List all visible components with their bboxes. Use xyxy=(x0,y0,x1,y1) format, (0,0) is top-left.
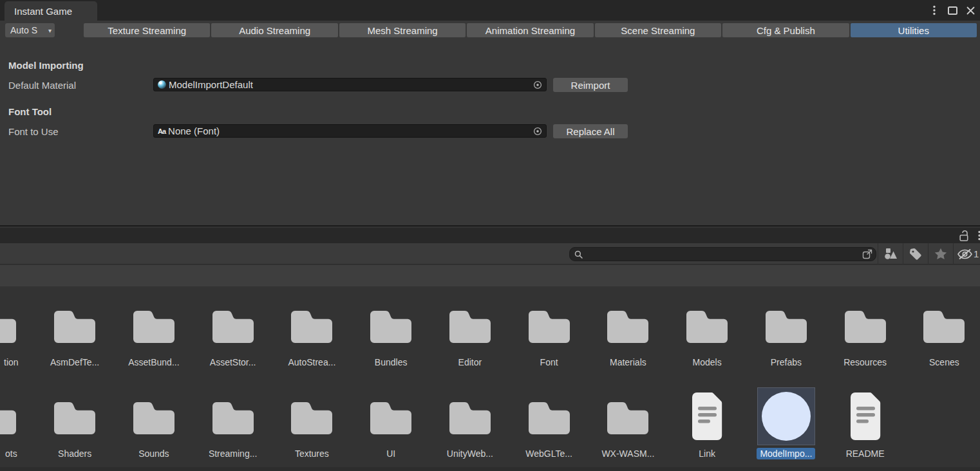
tab-strip: Texture StreamingAudio StreamingMesh Str… xyxy=(84,23,977,37)
asset-item-wx-wasm-[interactable]: WX-WASM... xyxy=(589,387,668,459)
folder-icon xyxy=(210,306,256,344)
asset-thumbnail xyxy=(361,387,420,446)
asset-item-assetbund-[interactable]: AssetBund... xyxy=(115,295,194,368)
asset-item-ui[interactable]: UI xyxy=(352,387,431,459)
font-to-use-field[interactable]: Aa None (Font) xyxy=(153,124,547,138)
asset-item-sounds[interactable]: Sounds xyxy=(115,387,194,459)
asset-item-webglte-[interactable]: WebGLTe... xyxy=(509,387,589,459)
asset-item-resources[interactable]: Resources xyxy=(825,295,905,368)
document-icon xyxy=(845,391,885,441)
grid-footer-strip xyxy=(0,467,980,471)
folder-icon xyxy=(131,306,177,344)
window-title: Instant Game xyxy=(14,6,72,17)
search-input[interactable] xyxy=(569,247,876,261)
asset-thumbnail xyxy=(124,387,184,446)
folder-icon xyxy=(447,397,493,436)
filter-by-type-button[interactable] xyxy=(878,243,903,264)
auto-streaming-dropdown[interactable]: Auto S ▾ xyxy=(5,23,55,37)
folder-icon xyxy=(605,306,651,344)
asset-thumbnail xyxy=(124,295,184,355)
font-to-use-label: Font to Use xyxy=(8,125,59,138)
tab-animation-streaming[interactable]: Animation Streaming xyxy=(467,23,593,37)
asset-item-modelimpo-[interactable]: ModelImpo... xyxy=(747,387,826,459)
asset-item-font[interactable]: Font xyxy=(509,295,589,368)
maximize-icon xyxy=(948,6,957,15)
tab-cfg-publish[interactable]: Cfg & Publish xyxy=(722,23,849,37)
material-sphere-icon xyxy=(158,80,166,89)
asset-item-autostrea-[interactable]: AutoStrea... xyxy=(272,295,352,368)
asset-item-bundles[interactable]: Bundles xyxy=(352,295,431,368)
window-tab-instant-game[interactable]: Instant Game xyxy=(5,1,97,21)
asset-label: Materials xyxy=(607,356,650,368)
default-material-field[interactable]: ModelImportDefault xyxy=(153,78,547,91)
asset-item-tion[interactable]: tion xyxy=(0,295,35,368)
window-close-button[interactable] xyxy=(965,5,976,16)
object-picker-icon[interactable] xyxy=(533,80,542,89)
asset-item-prefabs[interactable]: Prefabs xyxy=(747,295,826,368)
asset-item-streaming-[interactable]: Streaming... xyxy=(193,387,272,459)
asset-item-link[interactable]: Link xyxy=(668,387,747,459)
filter-by-label-button[interactable] xyxy=(903,243,928,264)
window-menu-button[interactable] xyxy=(928,5,940,16)
star-icon xyxy=(934,248,947,260)
open-search-icon[interactable] xyxy=(862,248,874,260)
filter-by-type-icon xyxy=(884,248,898,260)
folder-icon xyxy=(368,397,414,436)
tab-scene-streaming[interactable]: Scene Streaming xyxy=(595,23,721,37)
asset-thumbnail xyxy=(45,295,104,355)
asset-label: Shaders xyxy=(55,448,95,459)
asset-item-readme[interactable]: README xyxy=(825,387,905,459)
asset-thumbnail xyxy=(203,295,263,355)
project-header-band xyxy=(0,265,980,286)
object-picker-icon[interactable] xyxy=(533,127,542,136)
asset-item-editor[interactable]: Editor xyxy=(431,295,510,368)
tab-audio-streaming[interactable]: Audio Streaming xyxy=(211,23,337,37)
tab-utilities[interactable]: Utilities xyxy=(851,23,977,37)
default-material-label: Default Material xyxy=(8,78,76,92)
replace-all-button[interactable]: Replace All xyxy=(553,124,628,138)
asset-item-assetstor-[interactable]: AssetStor... xyxy=(193,295,272,368)
panel-toolbar: Auto S ▾ Texture StreamingAudio Streamin… xyxy=(0,23,980,37)
folder-icon xyxy=(526,397,572,436)
asset-label: Editor xyxy=(455,356,485,368)
asset-thumbnail xyxy=(598,295,657,355)
asset-thumbnail xyxy=(914,295,974,355)
unlock-icon[interactable] xyxy=(959,230,970,242)
reimport-button[interactable]: Reimport xyxy=(553,78,628,92)
folder-icon xyxy=(288,306,335,344)
asset-label: Streaming... xyxy=(205,448,260,459)
asset-item-textures[interactable]: Textures xyxy=(272,387,352,459)
hidden-count: 1 xyxy=(974,248,979,259)
window-maximize-button[interactable] xyxy=(947,5,958,16)
tab-mesh-streaming[interactable]: Mesh Streaming xyxy=(339,23,466,37)
asset-thumbnail xyxy=(45,387,104,446)
asset-thumbnail xyxy=(836,295,895,355)
material-preview-thumbnail xyxy=(757,387,815,445)
asset-label: ots xyxy=(2,448,21,459)
asset-label: Textures xyxy=(292,448,332,459)
asset-label: WX-WASM... xyxy=(598,448,657,459)
favorites-button[interactable] xyxy=(928,243,953,264)
project-toolbar-buttons: 1 xyxy=(878,243,980,264)
asset-label: Scenes xyxy=(926,356,963,368)
folder-icon xyxy=(0,306,19,344)
tab-texture-streaming[interactable]: Texture Streaming xyxy=(84,23,210,37)
asset-thumbnail xyxy=(361,295,420,355)
project-toolbar: 1 xyxy=(0,243,980,264)
asset-label: Link xyxy=(695,448,719,459)
folder-icon xyxy=(52,397,98,436)
asset-item-ots[interactable]: ots xyxy=(0,387,35,459)
asset-item-scenes[interactable]: Scenes xyxy=(905,295,980,368)
asset-thumbnail xyxy=(520,295,579,355)
asset-item-shaders[interactable]: Shaders xyxy=(35,387,115,459)
asset-item-unityweb-[interactable]: UnityWeb... xyxy=(431,387,510,459)
asset-label: Bundles xyxy=(372,356,411,368)
folder-icon xyxy=(526,306,572,344)
asset-label: Models xyxy=(690,356,725,368)
asset-item-asmdefte-[interactable]: AsmDefTe... xyxy=(35,295,115,368)
panel-divider-strip xyxy=(0,228,980,243)
asset-item-materials[interactable]: Materials xyxy=(589,295,668,368)
asset-item-models[interactable]: Models xyxy=(668,295,747,368)
folder-icon xyxy=(921,306,967,344)
hidden-items-button[interactable]: 1 xyxy=(953,243,980,264)
